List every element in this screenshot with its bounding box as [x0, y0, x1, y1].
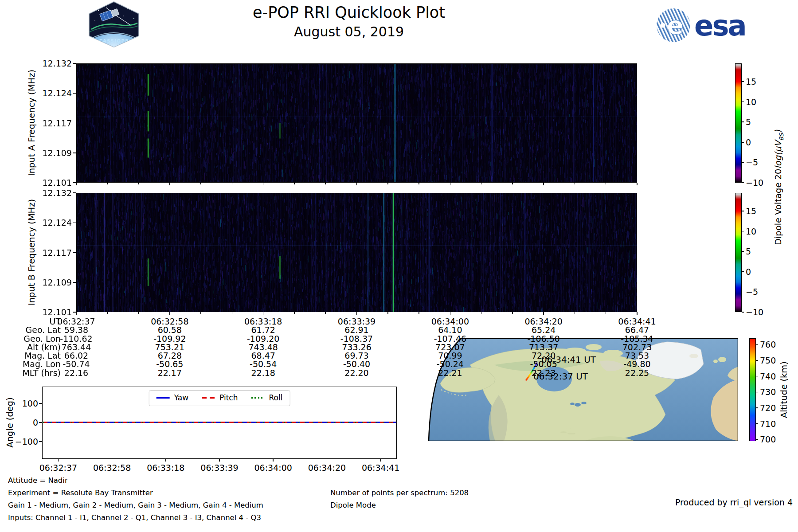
dipole-cbar-tick-label: 5 — [746, 246, 751, 256]
alt-cbar-tick-label: 700 — [760, 434, 776, 444]
freq-tick-mark — [73, 63, 76, 64]
angle-time-tick-label: 06:32:37 — [39, 463, 77, 473]
dipole-cbar-tick-mark — [742, 231, 744, 232]
time-tick-mark — [169, 312, 170, 315]
esa-logo: e esa — [655, 6, 748, 45]
time-tick-mark — [512, 183, 513, 184]
alt-cbar-tick-mark — [756, 439, 758, 440]
points-per-spectrum-note: Number of points per spectrum: 5208 — [330, 489, 469, 497]
time-tick-mark — [76, 312, 77, 315]
dipole-cbar-tick-label: −10 — [746, 307, 763, 317]
dipole-label-sub: BS — [778, 133, 785, 141]
dipole-cbar-tick-mark — [742, 271, 744, 272]
freq-tick-mark — [73, 223, 76, 223]
dipole-label-prefix: Dipole Voltage 20 — [773, 169, 783, 246]
time-tick-mark — [481, 183, 482, 184]
input-b-spectrogram — [76, 193, 637, 312]
freq-tick-label: 12.101 — [0, 307, 72, 317]
time-tick-mark — [107, 312, 108, 314]
ephemeris-column: 06:34:00 64.10 -107.46 723.07 70.99 -50.… — [431, 317, 469, 377]
dipole-cbar-tick-label: 0 — [746, 267, 751, 277]
dipole-cbar-tick-mark — [742, 121, 744, 122]
attitude-note: Attitude = Nadir — [8, 476, 68, 485]
landmass-arctic-island — [586, 344, 602, 350]
alt-cbar-tick-mark — [756, 392, 758, 393]
angle-time-tick-mark — [380, 459, 381, 462]
time-tick-mark — [419, 312, 419, 314]
alt-cbar-tick-mark — [756, 376, 758, 377]
ephemeris-column: 06:34:41 66.47 -105.34 702.73 73.53 -49.… — [618, 317, 656, 377]
time-tick-mark — [450, 312, 451, 315]
dipole-cbar-tick-label: −5 — [746, 287, 758, 297]
time-tick-mark — [356, 183, 357, 185]
alt-cbar-tick-label: 730 — [760, 387, 776, 397]
ephemeris-column: 06:33:39 62.91 -108.37 733.26 69.73 -50.… — [338, 317, 376, 377]
time-tick-mark — [637, 183, 638, 185]
dipole-cbar-tick-mark — [742, 292, 744, 293]
map-area — [428, 338, 738, 441]
angle-time-tick-label: 06:33:39 — [200, 463, 238, 473]
freq-tick-mark — [73, 153, 76, 153]
dipole-colorbar-b — [735, 193, 742, 312]
time-tick-mark — [356, 312, 357, 315]
ground-track-map: 06:34:41 UT 06:32:37 UT — [428, 338, 738, 441]
dipole-cbar-tick-mark — [742, 162, 744, 163]
dipole-cbar-tick-mark — [742, 81, 744, 82]
page-subtitle: August 05, 2019 — [294, 24, 404, 39]
angle-time-tick-mark — [327, 459, 328, 462]
time-tick-mark — [169, 183, 170, 185]
freq-tick-label: 12.109 — [0, 278, 72, 287]
freq-tick-label: 12.109 — [0, 148, 72, 158]
angle-tick-mark — [39, 422, 42, 423]
dipole-cbar-tick-label: 15 — [746, 206, 756, 216]
time-tick-mark — [606, 312, 606, 314]
map-great-lakes — [570, 403, 575, 405]
freq-tick-label: 12.132 — [0, 188, 72, 198]
quicklook-figure: CASSIOPE e-POP RRI Quicklook Plot August… — [0, 0, 798, 532]
map-great-lakes — [581, 402, 587, 404]
time-tick-mark — [263, 312, 264, 315]
freq-tick-label: 12.101 — [0, 178, 72, 188]
experiment-note: Experiment = Resolute Bay Transmitter — [8, 489, 153, 497]
time-tick-mark — [387, 183, 388, 184]
esa-emblem-e: e — [667, 11, 684, 39]
landmass-uk — [718, 357, 726, 362]
dipole-cbar-tick-mark — [742, 142, 744, 143]
freq-tick-label: 12.117 — [0, 248, 72, 258]
produced-by-note: Produced by rri_ql version 4 — [675, 497, 793, 507]
angle-time-tick-label: 06:32:58 — [93, 463, 131, 473]
cassiope-wordmark: CASSIOPE — [99, 39, 129, 43]
dipole-label-log: log — [773, 156, 783, 169]
freq-tick-label: 12.124 — [0, 88, 72, 98]
time-tick-mark — [325, 312, 326, 314]
time-tick-mark — [138, 312, 139, 314]
landmass-caribbean — [560, 431, 567, 433]
angle-time-tick-mark — [273, 459, 274, 462]
freq-tick-label: 12.124 — [0, 218, 72, 227]
time-tick-mark — [232, 312, 233, 314]
legend-label: Pitch — [219, 393, 238, 402]
angle-time-tick-label: 06:34:20 — [308, 463, 346, 473]
inputs-note: Inputs: Channel 1 - I1, Channel 2 - Q1, … — [8, 513, 261, 522]
time-tick-mark — [263, 183, 264, 185]
dipole-cbar-tick-label: 15 — [746, 77, 756, 86]
angle-time-tick-mark — [112, 459, 113, 462]
time-tick-mark — [481, 312, 482, 314]
time-tick-mark — [138, 183, 139, 184]
ephemeris-column: 06:33:18 61.72 -109.20 743.48 68.47 -50.… — [244, 317, 282, 377]
time-tick-mark — [294, 183, 295, 184]
time-tick-mark — [512, 312, 513, 314]
esa-dot — [661, 23, 665, 28]
map-great-lakes — [575, 403, 581, 407]
time-tick-mark — [543, 183, 544, 185]
altitude-colorbar-label: Altitude (km) — [779, 361, 789, 418]
time-tick-mark — [76, 183, 77, 185]
dipole-cbar-tick-mark — [742, 312, 744, 313]
dipole-mode-note: Dipole Mode — [330, 501, 376, 509]
freq-tick-mark — [73, 123, 76, 124]
angle-time-tick-label: 06:34:41 — [362, 463, 399, 473]
angle-tick-label: −100 — [0, 437, 38, 446]
freq-tick-mark — [73, 192, 76, 193]
time-tick-mark — [637, 312, 638, 315]
alt-cbar-tick-mark — [756, 407, 758, 408]
